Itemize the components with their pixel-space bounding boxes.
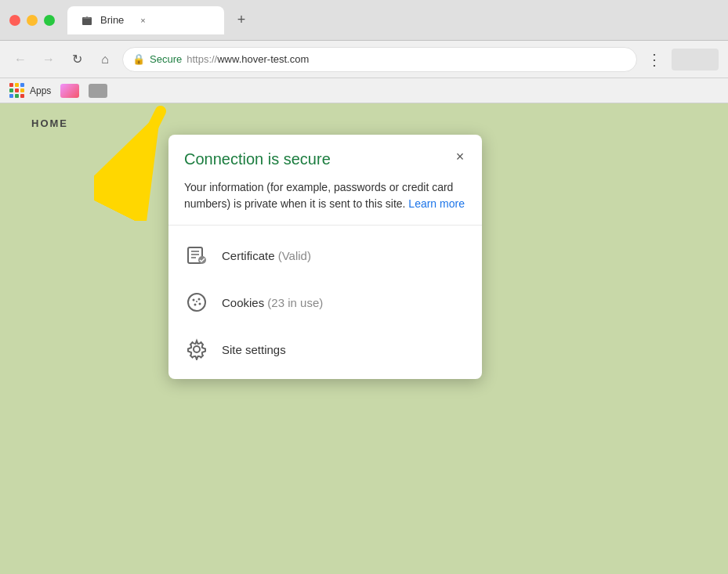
maximize-window-btn[interactable] bbox=[44, 15, 55, 26]
apps-bookmark[interactable]: Apps bbox=[9, 83, 51, 99]
apps-grid-icon bbox=[9, 83, 25, 99]
url-display: https://www.hover-test.com bbox=[187, 53, 309, 65]
popup-item-site-settings[interactable]: Site settings bbox=[168, 326, 482, 373]
address-bar[interactable]: 🔒 Secure https://www.hover-test.com bbox=[122, 47, 637, 72]
browser-window: Brine × + ← → ↻ ⌂ 🔒 Secure https://www.h… bbox=[0, 0, 728, 574]
bookmarks-bar: Apps bbox=[0, 78, 728, 103]
popup-title: Connection is secure bbox=[184, 150, 466, 168]
popup-header: Connection is secure Your information (f… bbox=[168, 135, 482, 226]
more-options-btn[interactable]: ⋮ bbox=[643, 49, 665, 70]
tab-title: Brine bbox=[100, 14, 124, 26]
tab-bar: Brine × + bbox=[67, 6, 719, 34]
site-settings-icon bbox=[184, 337, 209, 362]
svg-point-10 bbox=[198, 298, 201, 301]
popup-items-list: Certificate (Valid) Cook bbox=[168, 226, 482, 379]
popup-item-certificate[interactable]: Certificate (Valid) bbox=[168, 232, 482, 279]
nav-bar: ← → ↻ ⌂ 🔒 Secure https://www.hover-test.… bbox=[0, 41, 728, 78]
minimize-window-btn[interactable] bbox=[27, 15, 38, 26]
certificate-subtext: (Valid) bbox=[278, 249, 311, 262]
tab-close-btn[interactable]: × bbox=[136, 14, 149, 27]
security-popup: Connection is secure Your information (f… bbox=[168, 135, 482, 379]
page-content: HOME Connection is secure Your informati… bbox=[0, 103, 728, 574]
refresh-btn[interactable]: ↻ bbox=[66, 49, 88, 70]
cookies-subtext: (23 in use) bbox=[267, 296, 323, 309]
browser-tab[interactable]: Brine × bbox=[67, 6, 224, 34]
svg-point-9 bbox=[193, 299, 195, 301]
bookmark-1[interactable] bbox=[60, 84, 79, 98]
window-controls bbox=[9, 15, 55, 26]
home-btn[interactable]: ⌂ bbox=[94, 49, 116, 70]
secure-label: Secure bbox=[150, 53, 182, 65]
forward-btn[interactable]: → bbox=[38, 49, 60, 70]
cookies-icon bbox=[184, 290, 209, 315]
extensions-area bbox=[672, 49, 719, 70]
site-settings-label: Site settings bbox=[222, 343, 286, 356]
svg-point-12 bbox=[199, 303, 201, 305]
popup-body-text: Your information (for example, passwords… bbox=[184, 179, 466, 212]
cookies-label: Cookies (23 in use) bbox=[222, 296, 323, 309]
page-nav-home[interactable]: HOME bbox=[31, 117, 68, 129]
title-bar: Brine × + bbox=[0, 0, 728, 41]
bookmark-2[interactable] bbox=[89, 84, 107, 98]
popup-close-btn[interactable]: × bbox=[451, 147, 469, 166]
lock-icon: 🔒 bbox=[132, 53, 145, 65]
url-scheme: https:// bbox=[187, 53, 217, 65]
certificate-label: Certificate (Valid) bbox=[222, 249, 311, 262]
url-host: www.hover-test.com bbox=[217, 53, 309, 65]
certificate-icon bbox=[184, 243, 209, 268]
close-window-btn[interactable] bbox=[9, 15, 20, 26]
back-btn[interactable]: ← bbox=[9, 49, 31, 70]
learn-more-link[interactable]: Learn more bbox=[408, 197, 465, 210]
new-tab-btn[interactable]: + bbox=[230, 9, 252, 31]
apps-label: Apps bbox=[30, 85, 51, 96]
svg-point-11 bbox=[194, 304, 197, 306]
svg-point-13 bbox=[196, 301, 197, 302]
popup-item-cookies[interactable]: Cookies (23 in use) bbox=[168, 279, 482, 326]
tab-favicon bbox=[80, 13, 94, 27]
